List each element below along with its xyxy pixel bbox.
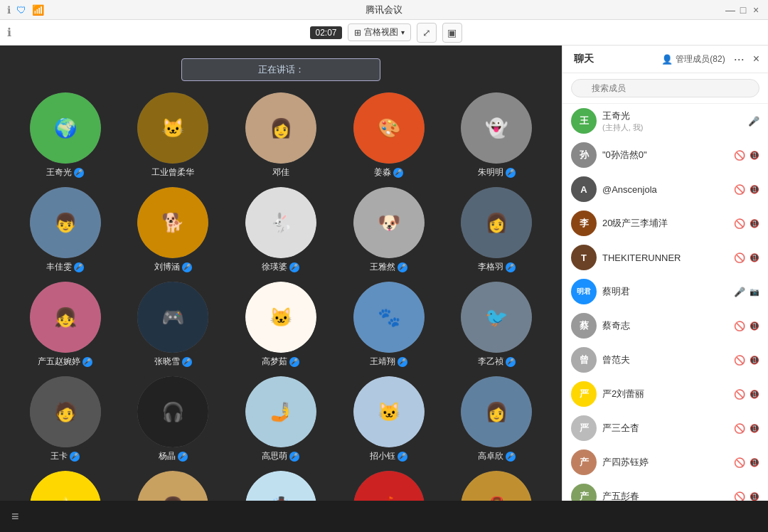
participant-tile[interactable]: 🐱工业曾柔华 — [137, 92, 208, 179]
participant-name: 王卡🎤 — [50, 450, 80, 462]
member-actions: 🚫📵 — [734, 491, 759, 501]
info-icon[interactable]: ℹ — [7, 4, 11, 16]
member-name: 20级产三李埔洋 — [602, 217, 728, 230]
bar-chart-icon[interactable]: 📶 — [32, 4, 44, 16]
maximize-button[interactable]: □ — [738, 5, 748, 15]
participant-tile[interactable]: 🐇徐瑛婆🎤 — [245, 187, 316, 273]
member-info: 王奇光(主持人, 我) — [602, 110, 742, 133]
sidebar-header: 聊天 👤 管理成员(82) ··· × — [562, 46, 768, 73]
participant-name: 张晓雪🎤 — [154, 356, 192, 368]
mic-icon: 🎤 — [74, 262, 84, 272]
toolbar-left: ℹ — [7, 26, 11, 39]
participant-tile[interactable]: 🐦李乙祯🎤 — [461, 282, 532, 368]
participant-tile[interactable]: 🎮张晓雪🎤 — [137, 282, 208, 368]
close-window-button[interactable]: × — [751, 5, 761, 15]
member-item[interactable]: TTHEKITERUNNER🚫📵 — [562, 240, 768, 275]
participant-tile[interactable]: 🐾王靖翔🎤 — [353, 282, 425, 368]
member-item[interactable]: 产产五彭春🚫📵 — [562, 479, 768, 501]
member-item[interactable]: 蔡蔡奇志🚫📵 — [562, 309, 768, 343]
mic-icon: 🎤 — [289, 452, 299, 462]
mic-icon: 🎤 — [393, 168, 403, 178]
member-name: 产五彭春 — [602, 490, 728, 501]
participant-tile[interactable]: 👦丰佳雯🎤 — [30, 187, 101, 273]
member-item[interactable]: 严严三仝杳🚫📵 — [562, 411, 768, 445]
mic-icon: 🎤 — [82, 357, 92, 367]
member-mic-icon: 🚫 — [734, 150, 745, 161]
member-mic-icon: 🚫 — [734, 321, 745, 331]
participant-name: 产五赵婉婷🎤 — [38, 356, 92, 368]
participant-tile[interactable]: 🐱高梦茹🎤 — [245, 282, 316, 368]
info-icon-2[interactable]: ℹ — [7, 26, 11, 39]
member-cam-icon: 📵 — [750, 253, 759, 262]
participant-tile[interactable]: 🧑王卡🎤 — [30, 376, 101, 462]
member-actions: 🚫📵 — [734, 321, 759, 331]
member-info: 严2刘蕾丽 — [602, 388, 728, 400]
member-name: 蔡明君 — [602, 285, 728, 298]
participant-tile[interactable]: 🐶王雅然🎤 — [353, 187, 425, 273]
participant-tile[interactable]: 🎧杨晶🎤 — [137, 376, 208, 462]
menu-icon[interactable]: ≡ — [11, 509, 19, 524]
member-item[interactable]: A@Anscenjola🚫📵 — [562, 172, 768, 206]
chat-tab[interactable]: 聊天 — [571, 51, 597, 67]
shield-icon[interactable]: 🛡 — [16, 4, 26, 16]
participant-tile[interactable]: 👻朱明明🎤 — [461, 92, 532, 179]
member-name: "0孙浩然0" — [602, 149, 728, 161]
mic-icon: 🎤 — [74, 168, 84, 178]
participant-tile[interactable]: ☃️蒋乘芸🎤 — [245, 471, 316, 501]
member-item[interactable]: 曾曾范夫🚫📵 — [562, 343, 768, 377]
participant-tile[interactable]: 🐕刘博涵🎤 — [137, 187, 208, 273]
member-info: 蔡明君 — [602, 285, 728, 298]
member-name: 严三仝杳 — [602, 422, 728, 435]
more-options-button[interactable]: ··· — [731, 52, 747, 67]
participant-name: 高卓欣🎤 — [478, 450, 516, 462]
participant-tile[interactable]: 🐱招小钰🎤 — [353, 376, 425, 462]
member-actions: 🚫📵 — [734, 423, 759, 434]
participant-name: 高梦茹🎤 — [262, 356, 299, 368]
search-wrap: 🔍 — [571, 79, 759, 97]
window-mode-button[interactable]: ▣ — [442, 23, 462, 43]
mic-icon: 🎤 — [178, 452, 188, 462]
timer: 02:07 — [310, 26, 341, 39]
grid-icon: ⊞ — [354, 28, 361, 38]
member-cam-icon: 📵 — [750, 390, 759, 399]
member-item[interactable]: 王王奇光(主持人, 我)🎤 — [562, 104, 768, 138]
minimize-button[interactable]: — — [725, 5, 735, 15]
member-actions: 🎤📷 — [734, 287, 759, 297]
participant-tile[interactable]: 👩‍李格羽🎤 — [461, 187, 532, 273]
participant-tile[interactable]: 👩高卓欣🎤 — [461, 376, 532, 462]
mic-icon: 🎤 — [182, 262, 192, 272]
expand-button[interactable]: ⤢ — [417, 23, 437, 43]
member-mic-icon: 🎤 — [748, 116, 759, 127]
participant-tile[interactable]: 🎨姜淼🎤 — [353, 92, 425, 179]
mic-icon: 🎤 — [398, 357, 407, 367]
participant-tile[interactable]: 👧丁琼🎤 — [137, 471, 208, 501]
grid-view-button[interactable]: ⊞ 宫格视图 ▾ — [348, 23, 411, 41]
member-item[interactable]: 明君蔡明君🎤📷 — [562, 275, 768, 309]
member-item[interactable]: 李20级产三李埔洋🚫📵 — [562, 206, 768, 240]
participant-tile[interactable]: 👩邓佳 — [245, 92, 316, 179]
participant-tile[interactable]: ⭐张可文🎤 — [30, 471, 101, 501]
participant-name: 高思萌🎤 — [262, 450, 299, 462]
member-item[interactable]: 严严2刘蕾丽🚫📵 — [562, 377, 768, 411]
participant-tile[interactable]: 🧣李冉🎤 — [461, 471, 532, 501]
member-cam-icon: 📵 — [750, 185, 759, 194]
participant-tile[interactable]: 👧产五赵婉婷🎤 — [30, 282, 101, 368]
member-cam-icon: 📵 — [750, 219, 759, 228]
participants-grid: 🌍王奇光🎤🐱工业曾柔华👩邓佳🎨姜淼🎤👻朱明明🎤👦丰佳雯🎤🐕刘博涵🎤🐇徐瑛婆🎤🐶王… — [14, 92, 548, 501]
member-item[interactable]: 产产四苏钰婷🚫📵 — [562, 445, 768, 479]
search-input[interactable] — [571, 79, 759, 97]
participant-tile[interactable]: 🤳高思萌🎤 — [245, 376, 316, 462]
member-info: 严三仝杳 — [602, 422, 728, 435]
video-area: 正在讲话： 🌍王奇光🎤🐱工业曾柔华👩邓佳🎨姜淼🎤👻朱明明🎤👦丰佳雯🎤🐕刘博涵🎤🐇… — [0, 46, 562, 501]
toolbar: ℹ 02:07 ⊞ 宫格视图 ▾ ⤢ ▣ — [0, 20, 768, 46]
manage-members-button[interactable]: 👤 管理成员(82) — [661, 53, 725, 65]
member-cam-icon: 📷 — [750, 287, 759, 297]
member-info: @Anscenjola — [602, 184, 728, 195]
participant-tile[interactable]: 🌍王奇光🎤 — [30, 92, 101, 179]
member-cam-icon: 📵 — [750, 492, 759, 501]
participant-tile[interactable]: 🎪赵如可🎤 — [353, 471, 425, 501]
person-icon: 👤 — [661, 54, 673, 65]
member-item[interactable]: 孙"0孙浩然0"🚫📵 — [562, 138, 768, 172]
sidebar-close-button[interactable]: × — [753, 53, 759, 65]
member-mic-icon: 🎤 — [734, 287, 745, 297]
